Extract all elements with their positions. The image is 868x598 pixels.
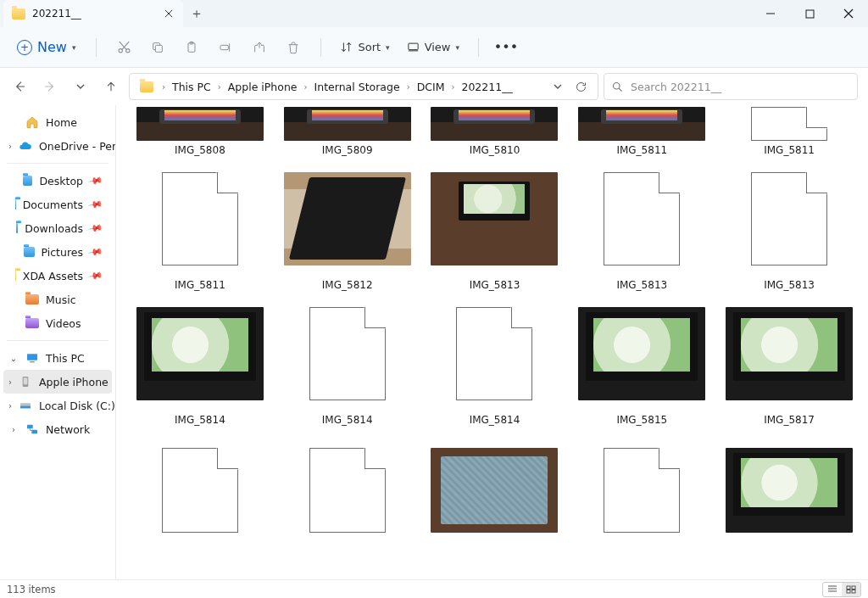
nav-this-pc[interactable]: ⌄ This PC xyxy=(0,346,115,370)
nav-quick-pictures[interactable]: Pictures📌 xyxy=(0,240,115,264)
file-grid[interactable]: IMG_5808 IMG_5809 IMG_5810 IMG_5811 IMG_… xyxy=(116,105,868,579)
file-name: IMG_5812 xyxy=(322,276,373,291)
minimize-button[interactable] xyxy=(751,0,790,27)
nav-quick-xda[interactable]: XDA Assets📌 xyxy=(0,264,115,288)
folder-icon xyxy=(12,8,25,20)
nav-local-disk[interactable]: › Local Disk (C:) xyxy=(0,394,115,417)
chevron-right-icon[interactable]: › xyxy=(8,425,19,434)
file-name: IMG_5814 xyxy=(322,411,373,426)
sort-button[interactable]: Sort ▾ xyxy=(333,37,396,57)
file-item[interactable] xyxy=(130,431,270,533)
file-item[interactable]: IMG_5811 xyxy=(571,105,712,156)
window-controls xyxy=(751,0,868,27)
details-view-button[interactable] xyxy=(823,583,842,596)
file-item[interactable]: IMG_5814 xyxy=(425,296,565,426)
file-item[interactable]: IMG_5813 xyxy=(425,161,565,291)
cut-button[interactable] xyxy=(108,34,139,61)
copy-button[interactable] xyxy=(142,34,173,61)
image-thumbnail xyxy=(578,107,705,141)
close-tab-button[interactable] xyxy=(163,8,175,20)
share-button[interactable] xyxy=(244,34,275,61)
home-icon xyxy=(25,115,39,129)
chevron-down-icon: ▾ xyxy=(72,43,76,52)
paste-button[interactable] xyxy=(176,34,207,61)
breadcrumb-segment[interactable]: Apple iPhone xyxy=(225,79,301,95)
image-thumbnail xyxy=(431,172,558,265)
file-name: IMG_5813 xyxy=(470,276,520,291)
new-tab-button[interactable]: ＋ xyxy=(183,0,210,27)
network-icon xyxy=(25,422,39,436)
breadcrumb-segment[interactable]: This PC xyxy=(169,79,214,95)
generic-file-icon xyxy=(604,172,680,265)
chevron-right-icon[interactable]: › xyxy=(8,401,12,411)
nav-quick-desktop[interactable]: Desktop📌 xyxy=(0,169,115,193)
computer-icon xyxy=(25,351,39,365)
nav-onedrive[interactable]: › OneDrive - Persona xyxy=(0,134,115,158)
nav-label: OneDrive - Persona xyxy=(39,140,116,153)
file-item[interactable]: IMG_5813 xyxy=(571,161,712,291)
file-item[interactable]: IMG_5814 xyxy=(130,296,270,426)
delete-button[interactable] xyxy=(278,34,309,61)
svg-rect-15 xyxy=(27,425,33,429)
nav-apple-iphone[interactable]: › Apple iPhone xyxy=(3,370,112,394)
file-item[interactable]: IMG_5817 xyxy=(719,296,860,426)
chevron-down-icon[interactable]: ⌄ xyxy=(8,354,19,363)
file-item[interactable]: IMG_5814 xyxy=(277,296,418,426)
address-bar[interactable]: › This PC › Apple iPhone › Internal Stor… xyxy=(129,73,598,100)
address-dropdown-button[interactable] xyxy=(553,81,563,92)
file-item[interactable] xyxy=(719,431,860,533)
svg-rect-3 xyxy=(156,45,163,52)
file-item[interactable]: IMG_5808 xyxy=(130,105,270,156)
view-button[interactable]: View ▾ xyxy=(400,37,466,57)
file-item[interactable]: IMG_5809 xyxy=(277,105,418,156)
svg-point-8 xyxy=(614,82,620,89)
chevron-down-icon: ▾ xyxy=(386,43,390,52)
pin-icon: 📌 xyxy=(88,244,104,260)
forward-button[interactable] xyxy=(37,74,63,99)
nav-network[interactable]: › Network xyxy=(0,417,115,441)
file-item[interactable]: IMG_5813 xyxy=(719,161,860,291)
breadcrumb-segment[interactable]: Internal Storage xyxy=(311,79,403,95)
file-item[interactable]: IMG_5812 xyxy=(277,161,418,291)
file-item[interactable] xyxy=(571,431,712,533)
file-name: IMG_5810 xyxy=(470,141,520,156)
more-button[interactable]: ••• xyxy=(491,34,521,61)
file-name: IMG_5811 xyxy=(616,141,667,156)
close-window-button[interactable] xyxy=(829,0,868,27)
nav-quick-downloads[interactable]: Downloads📌 xyxy=(0,216,115,240)
new-button[interactable]: + New ▾ xyxy=(8,36,84,59)
breadcrumb-segment[interactable]: DCIM xyxy=(414,79,448,95)
file-item[interactable]: IMG_5811 xyxy=(719,105,860,156)
refresh-button[interactable] xyxy=(575,81,587,93)
search-box[interactable] xyxy=(604,73,858,100)
breadcrumb-segment[interactable]: 202211__ xyxy=(458,79,515,95)
svg-rect-17 xyxy=(847,586,850,590)
file-item[interactable]: IMG_5811 xyxy=(130,161,270,291)
file-item[interactable]: IMG_5815 xyxy=(571,296,712,426)
folder-icon xyxy=(25,294,39,305)
sort-label: Sort xyxy=(358,41,381,53)
nav-quick-music[interactable]: Music xyxy=(0,288,115,311)
chevron-right-icon[interactable]: › xyxy=(8,377,12,387)
thumbnails-view-button[interactable] xyxy=(842,583,860,596)
image-thumbnail xyxy=(578,307,705,400)
file-item[interactable] xyxy=(425,431,565,533)
maximize-button[interactable] xyxy=(790,0,829,27)
chevron-right-icon[interactable]: › xyxy=(8,142,12,151)
chevron-right-icon: › xyxy=(449,82,456,92)
back-button[interactable] xyxy=(7,74,32,99)
svg-rect-18 xyxy=(852,586,855,590)
search-input[interactable] xyxy=(631,81,850,93)
rename-button[interactable] xyxy=(210,34,241,61)
file-item[interactable]: IMG_5810 xyxy=(425,105,565,156)
cloud-icon xyxy=(19,139,32,153)
nav-home[interactable]: Home xyxy=(0,110,115,134)
recent-locations-button[interactable] xyxy=(68,74,93,99)
svg-rect-12 xyxy=(24,377,28,384)
file-item[interactable] xyxy=(277,431,418,533)
nav-quick-videos[interactable]: Videos xyxy=(0,311,115,335)
active-tab[interactable]: 202211__ xyxy=(3,0,183,27)
title-bar: 202211__ ＋ xyxy=(0,0,868,27)
up-button[interactable] xyxy=(98,74,124,99)
nav-quick-documents[interactable]: Documents📌 xyxy=(0,193,115,216)
